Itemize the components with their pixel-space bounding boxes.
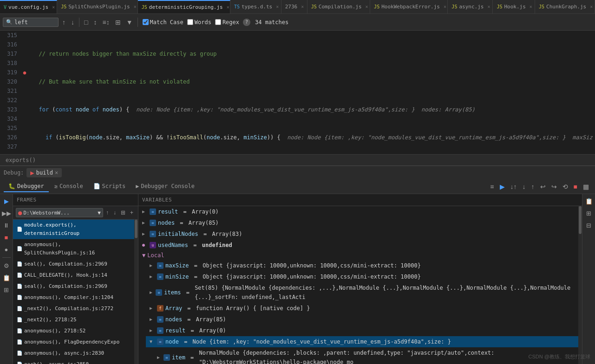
search-input[interactable] (14, 19, 52, 26)
match-case-checkbox[interactable] (143, 19, 149, 25)
frame-item-2[interactable]: 📄 seal(), Compilation.js:2969 (13, 259, 134, 270)
tab-async[interactable]: JS async.js × (448, 0, 493, 14)
tab-close[interactable]: × (366, 4, 368, 9)
var-nodes[interactable]: ▶ = nodes = Array(85) (138, 217, 578, 228)
tab-chunkgraph[interactable]: JS ChunkGraph.js × (535, 0, 595, 14)
toolbar-forward-btn[interactable]: ↪ (549, 182, 559, 191)
expand-icon[interactable]: ▶ (150, 288, 154, 297)
frame-item-7[interactable]: 📄 _next2(), 2718:25 (13, 314, 134, 325)
expand-icon[interactable]: ▶ (157, 353, 162, 362)
variables-scrollbar-thumb[interactable] (579, 206, 582, 234)
var-initialnodes[interactable]: ▶ = initialNodes = Array(83) (138, 228, 578, 240)
search-filter-button[interactable]: ⊞ (113, 18, 123, 26)
toolbar-mute-btn[interactable]: ⟲ (560, 182, 570, 191)
words-option[interactable]: Words (187, 19, 211, 26)
frame-item-10[interactable]: 📄 anonymous(), async.js:2830 (13, 348, 134, 359)
side-copy-btn[interactable]: 📋 (584, 196, 594, 206)
var-nodes2[interactable]: ▶ = nodes = Array(85) (146, 314, 578, 325)
tab-split-chunks[interactable]: JS SplitChunksPlugin.js × (57, 0, 138, 14)
toolbar-stop-btn[interactable]: ■ (571, 182, 580, 191)
frames-add-btn[interactable]: + (128, 208, 135, 217)
debug-session-close[interactable]: × (55, 169, 58, 176)
frames-scrollbar[interactable] (134, 220, 138, 364)
tab-vue-config[interactable]: V vue.config.js × (0, 0, 57, 14)
expand-icon[interactable]: ▶ (150, 315, 155, 324)
toolbar-step-into-btn[interactable]: ↓ (520, 182, 528, 191)
frame-item-3[interactable]: 📄 CALL_DELEGATE(), Hook.js:14 (13, 270, 134, 281)
expand-icon[interactable]: ▶ (142, 218, 148, 228)
tab-scripts[interactable]: 📄 Scripts (89, 181, 131, 192)
side-collapse-btn[interactable]: ⊟ (584, 220, 594, 230)
toolbar-back-btn[interactable]: ↩ (538, 182, 548, 191)
toolbar-step-over-btn[interactable]: ↓↑ (508, 182, 519, 191)
regex-checkbox[interactable] (215, 19, 221, 25)
frame-item-9[interactable]: 📄 anonymous(), FlagDependencyExpo (13, 337, 134, 348)
tab-close[interactable]: × (134, 4, 137, 9)
search-options-button[interactable]: ≡↕ (100, 18, 111, 26)
debug-pause-btn[interactable]: ⏸ (1, 220, 12, 230)
debug-breakpoints-btn[interactable]: ● (1, 244, 12, 254)
var-section-local[interactable]: ▼ Local (138, 251, 578, 260)
search-next-button[interactable]: ↓ (69, 18, 76, 26)
frames-up-btn[interactable]: ↑ (104, 208, 111, 217)
words-checkbox[interactable] (187, 19, 193, 25)
debug-session-tab[interactable]: ▶ build × (26, 168, 62, 177)
frame-item-6[interactable]: 📄 _next2(), Compilation.js:2772 (13, 303, 134, 314)
toolbar-step-out-btn[interactable]: ↑ (529, 182, 537, 191)
tab-hookwebpackerror[interactable]: JS HookWebpackError.js × (370, 0, 448, 14)
var-items[interactable]: ▶ = items = Set(85) {NormalModule {depen… (146, 282, 578, 303)
search-prev-button[interactable]: ↑ (60, 18, 67, 26)
tab-2736[interactable]: 2736 × (281, 0, 307, 14)
debug-resume-btn[interactable]: ▶▶ (1, 208, 12, 218)
var-item[interactable]: ▶ = item = NormalModule {dependencies: ,… (153, 347, 578, 364)
tab-close[interactable]: × (444, 4, 446, 9)
toolbar-rerun-btn[interactable]: ≡ (488, 182, 496, 191)
expand-icon[interactable]: ▶ (150, 272, 155, 281)
tab-close[interactable]: × (590, 4, 593, 9)
tab-debugger[interactable]: 🐛 Debugger (4, 181, 49, 192)
var-array[interactable]: ▶ f Array = function Array() { [native c… (146, 303, 578, 314)
debug-settings-btn[interactable]: ⚙ (1, 260, 12, 271)
match-case-option[interactable]: Match Case (143, 19, 183, 26)
debug-copy-btn[interactable]: 📋 (1, 273, 12, 283)
frame-item-1[interactable]: 📄 anonymous(), SplitChunksPlugin.js:16 (13, 239, 134, 259)
toolbar-table-btn[interactable]: ▦ (581, 182, 591, 191)
tab-deterministic[interactable]: JS deterministicGrouping.js × (138, 0, 230, 14)
debug-run-btn[interactable]: ▶ (1, 196, 12, 206)
expand-icon[interactable]: ▼ (150, 337, 155, 346)
toolbar-resume-btn[interactable]: ▶ (497, 182, 507, 191)
var-minsize[interactable]: ▶ = minSize = Object {javascript: 10000,… (146, 271, 578, 282)
debug-stop-btn[interactable]: ■ (1, 232, 12, 242)
search-close-button[interactable]: □ (82, 18, 90, 26)
tab-close[interactable]: × (52, 5, 55, 10)
gutter-319-breakpoint[interactable]: ● (21, 68, 28, 77)
frame-item-11[interactable]: 📄 each(), async.js:2850 (13, 359, 134, 364)
tab-close[interactable]: × (301, 4, 304, 9)
side-expand-btn[interactable]: ⊞ (584, 208, 594, 218)
expand-icon[interactable]: ▶ (142, 229, 148, 239)
tab-debugger-console[interactable]: ▶ Debugger Console (131, 181, 199, 192)
var-usednames[interactable]: ● u usedNames = undefined (138, 240, 578, 251)
search-wrap-button[interactable]: ↕ (92, 18, 98, 26)
tab-close[interactable]: × (227, 5, 229, 10)
var-result[interactable]: ▶ = result = Array(0) (138, 206, 578, 217)
variables-scrollbar[interactable] (578, 206, 582, 364)
expand-icon[interactable]: ▶ (150, 326, 155, 335)
frames-down-btn[interactable]: ↓ (111, 208, 118, 217)
tab-types[interactable]: TS types.d.ts × (230, 0, 281, 14)
var-result2[interactable]: ▶ = result = Array(0) (146, 325, 578, 336)
thread-selector[interactable]: ● D:\WebstormW... ▼ (16, 208, 103, 217)
frame-item-8[interactable]: 📄 anonymous(), 2718:52 (13, 325, 134, 337)
tab-compilation[interactable]: JS Compilation.js × (307, 0, 370, 14)
frames-scrollbar-thumb[interactable] (135, 220, 137, 238)
frame-item-4[interactable]: 📄 seal(), Compilation.js:2969 (13, 281, 134, 292)
tab-close[interactable]: × (276, 4, 279, 9)
expand-icon[interactable]: ▶ (142, 207, 148, 216)
search-toggle-button[interactable]: ▼ (124, 18, 135, 26)
tab-hook[interactable]: JS Hook.js × (493, 0, 535, 14)
tab-close[interactable]: × (530, 4, 532, 9)
var-node-highlighted[interactable]: ▼ = node = Node {item: ,key: "node_modul… (146, 336, 578, 347)
frames-filter-btn[interactable]: ⊞ (119, 208, 127, 217)
section-expand-icon[interactable]: ▼ (142, 252, 145, 259)
tab-close[interactable]: × (487, 4, 490, 9)
